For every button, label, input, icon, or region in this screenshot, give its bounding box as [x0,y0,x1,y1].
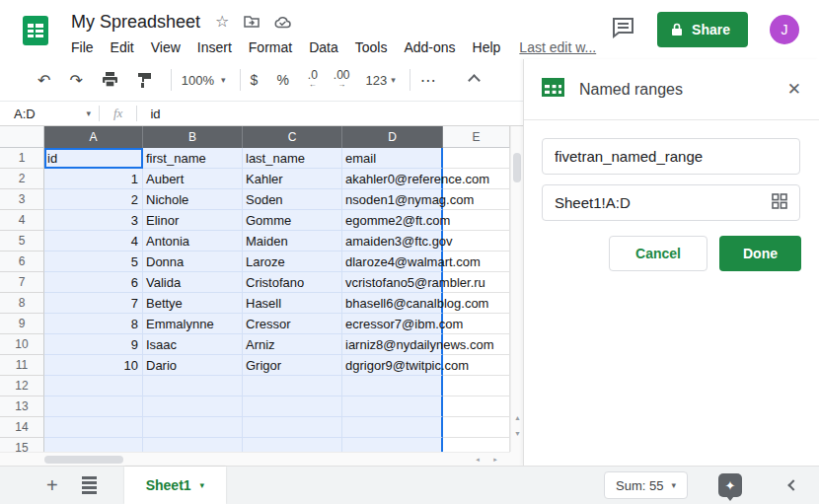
cancel-button[interactable]: Cancel [609,236,707,271]
cell-C5[interactable]: Maiden [243,231,342,252]
row-header-14[interactable]: 14 [0,417,44,438]
cell-E15[interactable] [443,438,510,452]
cell-A5[interactable]: 4 [44,231,143,252]
cell-A15[interactable] [44,438,143,452]
column-header-D[interactable]: D [342,126,443,148]
row-header-15[interactable]: 15 [0,438,44,452]
row-header-8[interactable]: 8 [0,293,44,314]
menu-insert[interactable]: Insert [197,39,232,55]
format-percent-button[interactable]: % [276,72,288,88]
cloud-saved-icon[interactable] [274,16,291,29]
menu-data[interactable]: Data [309,39,338,55]
done-button[interactable]: Done [719,236,801,271]
cell-C1[interactable]: last_name [243,148,342,169]
cell-D2[interactable]: akahler0@reference.com [342,169,443,189]
vertical-scrollbar-thumb[interactable] [513,153,521,182]
row-header-3[interactable]: 3 [0,189,44,210]
decrease-decimal-button[interactable]: .0 ← [308,70,318,90]
cell-D3[interactable]: nsoden1@nymag.com [342,189,443,210]
cell-E13[interactable] [443,396,510,417]
increase-decimal-button[interactable]: .00 → [334,70,350,90]
range-name-input[interactable] [555,148,787,165]
cell-A9[interactable]: 8 [44,314,143,334]
cell-D7[interactable]: vcristofano5@rambler.ru [342,272,443,293]
cell-A12[interactable] [44,376,143,396]
row-header-11[interactable]: 11 [0,355,44,376]
range-name-field[interactable] [542,138,800,175]
cell-C9[interactable]: Cressor [243,314,342,334]
more-toolbar-icon[interactable]: ⋯ [420,71,437,90]
explore-icon[interactable]: ✦ [718,473,742,497]
cell-B8[interactable]: Bettye [143,293,243,314]
menu-view[interactable]: View [151,39,181,55]
row-header-1[interactable]: 1 [0,148,44,169]
range-ref-input[interactable] [555,194,772,211]
comment-icon[interactable] [611,16,635,43]
cell-D5[interactable]: amaiden3@ftc.gov [342,231,443,252]
horizontal-scrollbar[interactable]: ◂ ▸ [0,452,510,466]
cell-C7[interactable]: Cristofano [243,272,342,293]
scroll-right-icon[interactable]: ▸ [488,453,502,467]
cell-C4[interactable]: Gomme [243,210,342,231]
cell-A10[interactable]: 9 [44,334,143,355]
range-ref-field[interactable] [542,184,800,221]
name-box[interactable]: A:D ▾ [0,102,99,125]
cell-D4[interactable]: egomme2@ft.com [342,210,443,231]
row-header-10[interactable]: 10 [0,334,44,355]
vertical-scrollbar[interactable]: ▲ ▼ [510,126,523,452]
format-currency-button[interactable]: $ [251,72,259,88]
cell-A2[interactable]: 1 [44,169,143,189]
cell-C6[interactable]: Laroze [243,252,342,272]
cell-D13[interactable] [342,396,443,417]
cell-C14[interactable] [243,417,342,438]
cell-B5[interactable]: Antonia [143,231,243,252]
cell-E14[interactable] [443,417,510,438]
cell-B10[interactable]: Isaac [143,334,243,355]
cell-B7[interactable]: Valida [143,272,243,293]
cell-B14[interactable] [143,417,243,438]
cell-A8[interactable]: 7 [44,293,143,314]
sum-indicator[interactable]: Sum: 55 ▾ [604,471,688,499]
formula-input[interactable]: id [150,107,160,121]
cell-B11[interactable]: Dario [143,355,243,376]
cell-D9[interactable]: ecressor7@ibm.com [342,314,443,334]
cell-D12[interactable] [342,376,443,396]
cell-A7[interactable]: 6 [44,272,143,293]
cell-C15[interactable] [243,438,342,452]
star-icon[interactable]: ☆ [215,14,229,30]
cell-D10[interactable]: iarniz8@nydailynews.com [342,334,443,355]
cell-B4[interactable]: Elinor [143,210,243,231]
menu-file[interactable]: File [71,39,94,55]
cell-C11[interactable]: Grigor [243,355,342,376]
row-header-5[interactable]: 5 [0,231,44,252]
cell-E4[interactable] [443,210,510,231]
column-header-B[interactable]: B [143,126,243,148]
cell-B12[interactable] [143,376,243,396]
cell-D8[interactable]: bhasell6@canalblog.com [342,293,443,314]
menu-format[interactable]: Format [249,39,292,55]
zoom-control[interactable]: 100% ▾ [182,73,226,88]
document-title[interactable]: My Spreadsheet [71,12,200,33]
cell-B6[interactable]: Donna [143,252,243,272]
cell-A6[interactable]: 5 [44,252,143,272]
cell-A14[interactable] [44,417,143,438]
row-header-12[interactable]: 12 [0,376,44,396]
cell-C2[interactable]: Kahler [243,169,342,189]
cell-B1[interactable]: first_name [143,148,243,169]
close-icon[interactable]: ✕ [787,81,801,98]
scroll-left-icon[interactable]: ◂ [471,453,484,467]
number-format-menu[interactable]: 123 ▾ [366,73,396,88]
row-header-2[interactable]: 2 [0,169,44,189]
menu-help[interactable]: Help [473,39,501,55]
menu-add-ons[interactable]: Add-ons [404,39,455,55]
cell-E5[interactable] [443,231,510,252]
horizontal-scrollbar-thumb[interactable] [44,456,123,464]
cell-B3[interactable]: Nichole [143,189,243,210]
cell-E1[interactable] [443,148,510,169]
cell-B15[interactable] [143,438,243,452]
menu-tools[interactable]: Tools [355,39,388,55]
cell-A4[interactable]: 3 [44,210,143,231]
cell-C8[interactable]: Hasell [243,293,342,314]
cell-A1[interactable]: id [44,148,143,169]
collapse-toolbar-icon[interactable] [468,74,481,87]
